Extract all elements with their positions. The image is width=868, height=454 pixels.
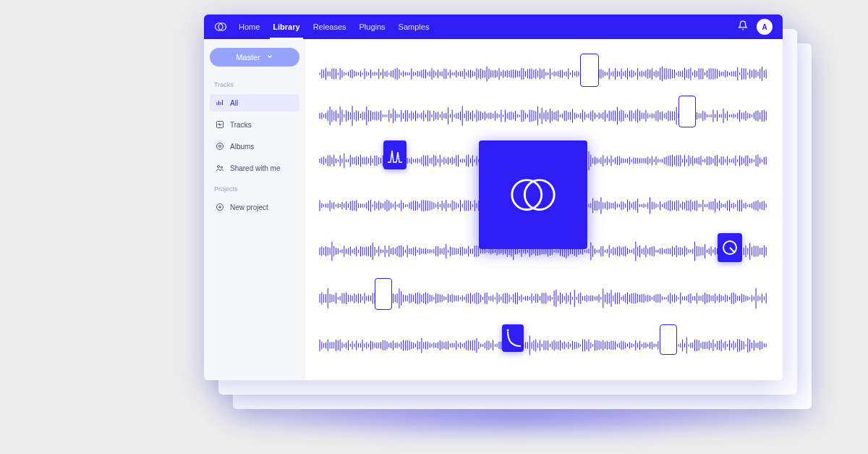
nav-library[interactable]: Library [273, 14, 299, 39]
svg-point-10 [221, 167, 223, 169]
svg-rect-5 [222, 100, 223, 105]
tracks-section-label: Tracks [210, 77, 299, 90]
top-bar: Home Library Releases Plugins Samples A [204, 14, 783, 39]
disc-icon [216, 142, 224, 151]
clip-dial[interactable] [718, 233, 742, 262]
sidebar-item-shared[interactable]: Shared with me [210, 159, 299, 177]
clip-curve[interactable] [502, 324, 524, 352]
clip-marker[interactable] [580, 54, 599, 87]
sidebar-item-label: All [230, 99, 238, 107]
svg-point-1557 [512, 180, 542, 210]
sidebar-item-label: Tracks [230, 121, 252, 129]
nav-releases[interactable]: Releases [313, 14, 346, 39]
svg-rect-3 [218, 101, 219, 105]
svg-point-1558 [524, 180, 554, 210]
chevron-down-icon [266, 53, 273, 62]
waveform-canvas[interactable] [305, 39, 783, 380]
sidebar: Master Tracks All Tracks [204, 39, 305, 380]
avatar[interactable]: A [757, 19, 773, 35]
clip-marker[interactable] [660, 324, 677, 355]
clip-marker[interactable] [678, 96, 696, 127]
nav-samples[interactable]: Samples [399, 14, 430, 39]
svg-point-7 [217, 143, 224, 150]
clip-marker[interactable] [375, 278, 392, 310]
notifications-icon[interactable] [738, 20, 748, 33]
projects-section-label: Projects [210, 181, 299, 194]
plus-circle-icon [216, 203, 224, 211]
nav-home[interactable]: Home [239, 14, 260, 39]
sidebar-item-tracks[interactable]: Tracks [210, 116, 299, 133]
bars-icon [216, 98, 224, 107]
waveform-icon [216, 120, 224, 129]
brand-tile[interactable] [479, 140, 587, 249]
sidebar-item-albums[interactable]: Albums [210, 138, 299, 155]
svg-rect-2 [217, 102, 218, 105]
app-window: Home Library Releases Plugins Samples A … [204, 14, 783, 380]
new-project-label: New project [230, 203, 268, 211]
svg-rect-4 [221, 102, 221, 105]
new-project-button[interactable]: New project [210, 198, 299, 216]
sidebar-item-all[interactable]: All [210, 94, 299, 112]
svg-point-8 [219, 146, 221, 148]
clip-pulse[interactable] [383, 140, 407, 169]
svg-point-1556 [507, 329, 509, 332]
sidebar-item-label: Shared with me [230, 164, 280, 172]
master-button[interactable]: Master [210, 48, 299, 67]
nav-plugins[interactable]: Plugins [359, 14, 386, 39]
svg-point-9 [218, 166, 220, 168]
svg-line-1555 [730, 248, 735, 253]
people-icon [216, 164, 224, 172]
app-logo-icon[interactable] [214, 20, 227, 33]
sidebar-item-label: Albums [230, 143, 254, 151]
master-button-label: Master [236, 53, 260, 62]
top-nav: Home Library Releases Plugins Samples [239, 14, 429, 39]
